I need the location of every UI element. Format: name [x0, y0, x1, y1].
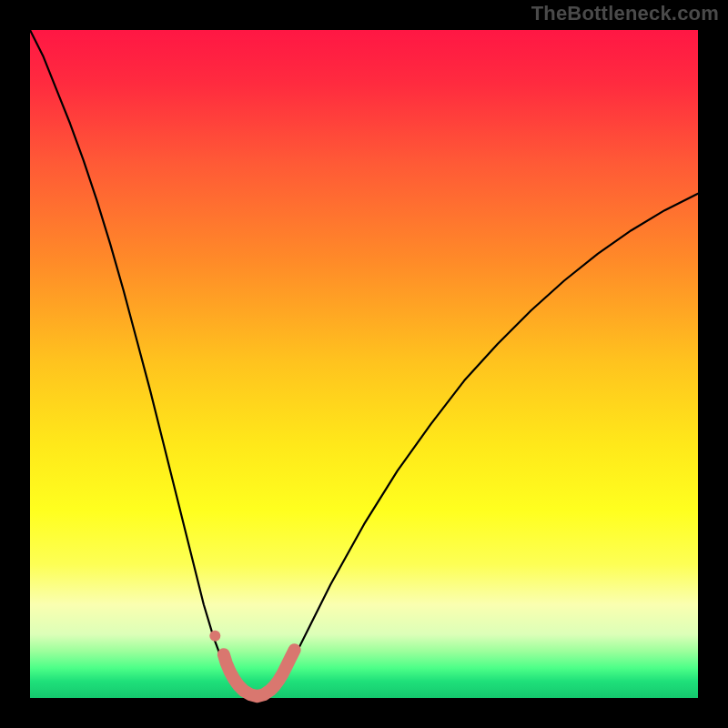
- chart-frame: TheBottleneck.com: [0, 0, 728, 728]
- bottleneck-chart: [0, 0, 728, 728]
- left-dot: [209, 631, 220, 642]
- watermark-text: TheBottleneck.com: [531, 2, 719, 25]
- gradient-area: [30, 30, 698, 698]
